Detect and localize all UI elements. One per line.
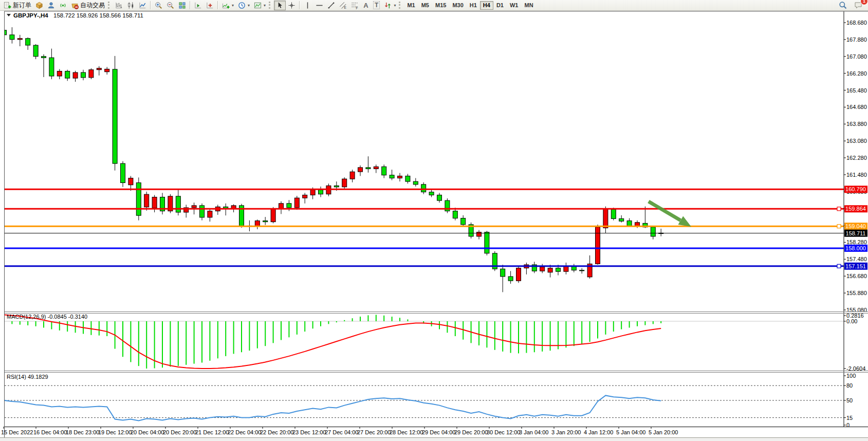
arrows-tool-button[interactable]: ▾ <box>382 1 398 10</box>
toolbar-drag-handle[interactable] <box>108 2 111 9</box>
status-bar <box>0 438 868 441</box>
horizontal-line-button[interactable] <box>313 1 325 10</box>
profile-icon <box>47 2 55 9</box>
vertical-line-button[interactable] <box>302 1 313 10</box>
clock-icon <box>238 2 246 9</box>
svg-text:157.151: 157.151 <box>845 263 866 269</box>
svg-text:27 Dec 20:00: 27 Dec 20:00 <box>357 429 391 435</box>
svg-text:159.864: 159.864 <box>845 206 866 212</box>
svg-text:23 Dec 12:00: 23 Dec 12:00 <box>292 429 326 435</box>
vertical-line-icon <box>304 2 311 9</box>
signal-icon <box>59 2 67 9</box>
svg-text:155.880: 155.880 <box>846 290 867 296</box>
svg-text:4 Jan 12:00: 4 Jan 12:00 <box>584 429 614 435</box>
price-badge-159.864: 159.864 <box>844 205 867 212</box>
timeframe-d1[interactable]: D1 <box>493 1 507 10</box>
price-badge-158.000: 158.000 <box>844 245 867 252</box>
svg-text:19 Dec 12:00: 19 Dec 12:00 <box>98 429 132 435</box>
svg-text:E: E <box>344 6 346 9</box>
svg-text:28 Dec 12:00: 28 Dec 12:00 <box>390 429 423 435</box>
timeframe-m15[interactable]: M15 <box>432 1 449 10</box>
svg-text:0.00: 0.00 <box>846 318 857 324</box>
gbpjpy-h4-chart[interactable]: 168.680167.880167.080166.280165.480164.6… <box>0 0 868 441</box>
svg-text:15: 15 <box>846 415 853 421</box>
equidistant-channel-button[interactable]: E <box>337 1 349 10</box>
signals-button[interactable] <box>57 1 69 10</box>
svg-text:161.480: 161.480 <box>846 172 867 178</box>
toolbar-separator <box>299 1 300 9</box>
chart-title-bar[interactable]: GBPJPY-,H4158.722 158.926 158.566 158.71… <box>7 12 143 19</box>
new-order-label: 新订单 <box>13 1 31 10</box>
auto-trading-label: 自动交易 <box>80 1 105 10</box>
bar-chart-mode-button[interactable] <box>113 1 125 10</box>
cube-button[interactable] <box>33 1 45 10</box>
svg-text:162.280: 162.280 <box>846 155 867 161</box>
toolbar-separator <box>150 1 151 9</box>
svg-text:5 Jan 04:00: 5 Jan 04:00 <box>616 429 646 435</box>
chart-shift-button[interactable] <box>204 1 216 10</box>
svg-text:F: F <box>356 6 358 9</box>
auto-scroll-button[interactable] <box>192 1 204 10</box>
toolbar: 新订单 自动交易 ▾ ▾ ▾ E F A T <box>0 0 868 11</box>
trendline-icon <box>327 2 335 9</box>
chart-area[interactable]: 168.680167.880167.080166.280165.480164.6… <box>0 0 868 441</box>
tile-windows-button[interactable] <box>176 1 188 10</box>
svg-text:3 Jan 20:00: 3 Jan 20:00 <box>551 429 581 435</box>
price-badge-159.040: 159.040 <box>844 223 867 230</box>
indicators-dropdown-arrow[interactable]: ▾ <box>232 3 234 8</box>
new-order-button[interactable]: 新订单 <box>2 1 33 10</box>
crosshair-button[interactable] <box>286 1 298 10</box>
zoom-in-button[interactable] <box>153 1 164 10</box>
toolbar-separator <box>217 1 218 9</box>
price-badge-157.151: 157.151 <box>844 263 867 270</box>
templates-button[interactable]: ▾ <box>252 1 268 10</box>
trendline-button[interactable] <box>325 1 337 10</box>
svg-text:158.711: 158.711 <box>846 230 866 236</box>
svg-text:29 Dec 20:00: 29 Dec 20:00 <box>454 429 488 435</box>
text-tool-button[interactable]: A <box>361 1 371 10</box>
auto-trading-icon <box>71 2 79 9</box>
search-button[interactable] <box>837 1 849 10</box>
periods-button[interactable]: ▾ <box>236 1 252 10</box>
timeframe-m5[interactable]: M5 <box>418 1 432 10</box>
price-badge-158.711: 158.711 <box>844 230 867 237</box>
periods-dropdown-arrow[interactable]: ▾ <box>248 3 250 8</box>
arrows-dropdown-arrow[interactable]: ▾ <box>394 3 396 8</box>
timeframe-h4[interactable]: H4 <box>480 1 493 10</box>
line-chart-mode-button[interactable] <box>137 1 149 10</box>
svg-text:0: 0 <box>846 422 849 428</box>
svg-text:30 Dec 12:00: 30 Dec 12:00 <box>487 429 520 435</box>
timeframe-m1[interactable]: M1 <box>404 1 418 10</box>
text-label-button[interactable]: T <box>371 1 382 10</box>
svg-text:167.880: 167.880 <box>846 36 867 43</box>
fibonacci-button[interactable]: F <box>349 1 361 10</box>
crosshair-icon <box>288 2 296 9</box>
search-icon <box>839 1 847 9</box>
timeframe-w1[interactable]: W1 <box>507 1 522 10</box>
candlestick-mode-button[interactable] <box>125 1 137 10</box>
svg-text:163.880: 163.880 <box>846 121 867 127</box>
toolbar-drag-handle[interactable] <box>269 2 272 9</box>
templates-dropdown-arrow[interactable]: ▾ <box>264 3 266 8</box>
cursor-button[interactable] <box>274 1 286 10</box>
svg-text:21 Dec 12:00: 21 Dec 12:00 <box>195 429 229 435</box>
auto-trading-button[interactable]: 自动交易 <box>69 1 107 10</box>
line-chart-icon <box>139 2 146 9</box>
macd-label: MACD(12,26,9) -0.0845 -0.3140 <box>7 314 87 320</box>
profile-button[interactable] <box>45 1 57 10</box>
ohlc-values: 158.722 158.926 158.566 158.711 <box>53 12 143 19</box>
zoom-out-button[interactable] <box>164 1 176 10</box>
text-label-icon: T <box>373 1 380 9</box>
timeframe-mn[interactable]: MN <box>521 1 536 10</box>
zoom-in-icon <box>155 2 162 9</box>
candlestick-icon <box>127 2 135 9</box>
horizontal-line-icon <box>316 2 323 9</box>
toolbar-drag-handle[interactable] <box>399 2 402 9</box>
timeframe-m30[interactable]: M30 <box>449 1 466 10</box>
timeframe-h1[interactable]: H1 <box>467 1 480 10</box>
svg-text:164.680: 164.680 <box>846 104 867 110</box>
indicators-button[interactable]: ▾ <box>220 1 236 10</box>
notification-badge: 1 <box>861 0 867 5</box>
svg-text:20 Dec 20:00: 20 Dec 20:00 <box>163 429 196 435</box>
toolbar-separator <box>190 1 191 9</box>
